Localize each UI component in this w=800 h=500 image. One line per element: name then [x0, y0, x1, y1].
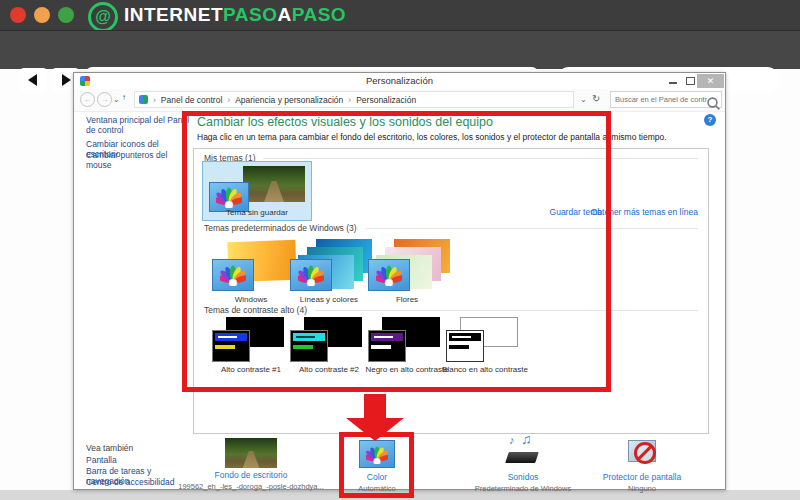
desktop-background-value: 199562_eh_-les_-doroga_-posle-dozhdya... [171, 482, 331, 491]
window-minimize-dot-icon[interactable] [34, 7, 50, 23]
screensaver-label[interactable]: Protector de pantalla [572, 472, 712, 482]
brand-logo-icon: @ [88, 2, 118, 32]
back-arrow-icon [28, 74, 37, 86]
window-title: Personalización [74, 75, 725, 86]
theme-photo-thumbnail [243, 166, 305, 202]
brand-bar: @ INTERNETPASOAPASO [0, 0, 800, 30]
color-fan-icon [368, 259, 410, 291]
nav-up-button[interactable]: ↑ [122, 93, 126, 102]
control-panel-icon [139, 95, 148, 104]
theme-high-contrast-white-tile[interactable]: Blanco en alto contraste [446, 317, 524, 381]
breadcrumb-appearance[interactable]: Apariencia y personalización [235, 95, 343, 105]
help-button[interactable]: ? [704, 114, 716, 126]
desktop-background-item[interactable]: Fondo de escritorio 199562_eh_-les_-doro… [171, 436, 331, 491]
screensaver-value: Ninguno [572, 484, 712, 493]
color-item[interactable]: Color Automático [317, 436, 437, 493]
default-themes-label: Temas predeterminados de Windows (3) [204, 223, 357, 233]
brand-word-paso1: PASO [223, 4, 277, 25]
page-subtitle: Haga clic en un tema para cambiar el fon… [197, 132, 697, 142]
color-fan-icon [290, 259, 332, 291]
explorer-address-bar: ← → ⌄ ↑ › Panel de control › Apariencia … [74, 89, 725, 112]
nav-forward-button[interactable]: → [97, 92, 112, 107]
breadcrumb[interactable]: › Panel de control › Apariencia y person… [134, 91, 574, 108]
maximize-icon[interactable] [686, 77, 695, 85]
screensaver-item[interactable]: Protector de pantalla Ninguno [572, 436, 712, 493]
red-arrow-head-annotation [346, 418, 404, 441]
contrast-window-thumbnail [446, 330, 484, 362]
crumb-separator: › [227, 95, 230, 105]
contrast-window-thumbnail [368, 330, 406, 362]
address-dropdown-icon[interactable]: ⌄ [580, 95, 587, 104]
theme-high-contrast-2-tile[interactable]: Alto contraste #2 [290, 317, 368, 381]
browser-toolbar: Search [0, 30, 800, 69]
contrast-window-thumbnail [212, 330, 250, 362]
theme-label: Negro en alto contraste [362, 365, 452, 374]
window-titlebar[interactable]: Personalización ✕ [74, 73, 725, 89]
window-zoom-dot-icon[interactable] [58, 7, 74, 23]
screensaver-icon [624, 438, 660, 468]
sidebar-item-main-panel[interactable]: Ventana principal del Panel de control [86, 115, 194, 135]
default-themes-section-header: Temas predeterminados de Windows (3) [204, 223, 698, 233]
panel-search-icon [707, 97, 717, 107]
brand-word-a: A [277, 4, 291, 25]
brand-title: INTERNETPASOAPASO [124, 4, 346, 26]
desktop-background-thumbnail [225, 438, 277, 468]
breadcrumb-personalization[interactable]: Personalización [356, 95, 416, 105]
minimize-icon[interactable] [669, 82, 677, 84]
breadcrumb-control-panel[interactable]: Panel de control [161, 95, 222, 105]
desktop-background-label[interactable]: Fondo de escritorio [171, 470, 331, 480]
get-more-themes-link[interactable]: Obtener más temas en línea [591, 207, 698, 217]
nav-history-dropdown-icon[interactable]: ⌄ [113, 95, 120, 104]
screenshot-root: @ INTERNETPASOAPASO Search Personalizaci… [0, 0, 800, 500]
theme-unsaved-tile[interactable]: Tema sin guardar [202, 161, 312, 221]
theme-unsaved-label: Tema sin guardar [203, 208, 311, 217]
forward-arrow-icon [62, 74, 71, 86]
refresh-icon[interactable]: ↻ [592, 93, 600, 104]
no-sign-icon [634, 442, 656, 464]
crumb-separator: › [348, 95, 351, 105]
theme-high-contrast-1-tile[interactable]: Alto contraste #1 [212, 317, 290, 381]
sounds-icon: ♪ ♫ [503, 436, 543, 466]
window-close-dot-icon[interactable] [10, 7, 26, 23]
contrast-themes-label: Temas de contraste alto (4) [204, 305, 307, 315]
theme-flowers-tile[interactable]: Flores [368, 239, 446, 301]
theme-label: Alto contraste #1 [206, 365, 296, 374]
see-also-title: Vea también [86, 443, 133, 453]
theme-label: Windows [206, 295, 296, 304]
theme-windows-tile[interactable]: Windows [212, 239, 290, 301]
color-fan-icon [212, 259, 254, 291]
back-button[interactable] [20, 68, 47, 92]
theme-high-contrast-black-tile[interactable]: Negro en alto contraste [368, 317, 446, 381]
color-label[interactable]: Color [317, 472, 437, 482]
nav-back-button[interactable]: ← [80, 92, 95, 107]
theme-label: Alto contraste #2 [284, 365, 374, 374]
crumb-separator: › [153, 95, 156, 105]
brand-word-paso2: PASO [292, 4, 346, 25]
sidebar-item-mouse-pointers[interactable]: Cambiar punteros del mouse [86, 150, 194, 170]
page-title: Cambiar los efectos visuales y los sonid… [197, 115, 667, 129]
theme-label: Blanco en alto contraste [440, 365, 530, 374]
theme-lines-colors-tile[interactable]: Líneas y colores [290, 239, 368, 301]
themes-panel: Mis temas (1) Tema sin guardar Guardar t… [193, 148, 709, 434]
contrast-themes-section-header: Temas de contraste alto (4) [204, 305, 698, 315]
close-icon[interactable]: ✕ [697, 74, 724, 88]
theme-label: Líneas y colores [284, 295, 374, 304]
control-panel-search-input[interactable] [610, 91, 722, 108]
color-value: Automático [317, 484, 437, 493]
brand-word-internet: INTERNET [124, 4, 223, 25]
red-arrow-annotation [364, 394, 386, 420]
contrast-window-thumbnail [290, 330, 328, 362]
color-fan-icon [359, 440, 395, 468]
theme-label: Flores [362, 295, 452, 304]
